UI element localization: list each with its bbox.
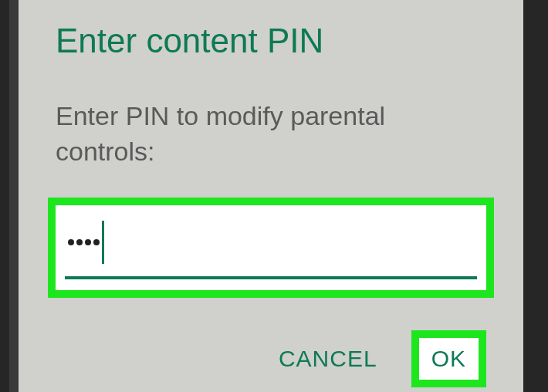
pin-dialog: Enter content PIN Enter PIN to modify pa…: [19, 0, 523, 392]
dialog-prompt: Enter PIN to modify parental controls:: [56, 99, 486, 170]
text-cursor: [102, 221, 104, 264]
pin-input[interactable]: [56, 205, 486, 290]
input-underline: [65, 276, 477, 279]
pin-input-highlight: [48, 198, 494, 298]
backdrop-left: [0, 0, 9, 392]
pin-input-value: [65, 221, 104, 264]
backdrop-right: [523, 0, 548, 392]
ok-button[interactable]: OK: [419, 338, 479, 380]
ok-button-highlight: OK: [411, 330, 486, 387]
dialog-button-row: CANCEL OK: [56, 330, 486, 387]
cancel-button[interactable]: CANCEL: [272, 336, 384, 381]
dialog-title: Enter content PIN: [56, 22, 486, 60]
